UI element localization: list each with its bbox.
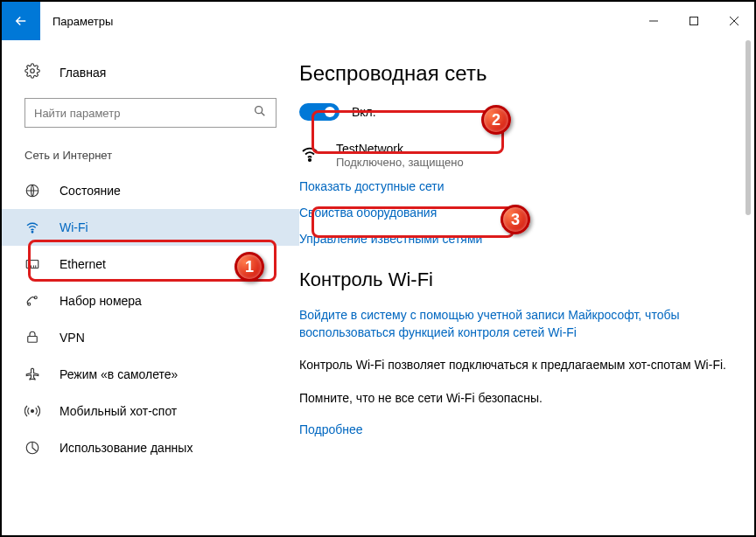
nav-item-vpn[interactable]: VPN [2,319,299,356]
nav-item-status[interactable]: Состояние [2,172,299,209]
section-header: Сеть и Интернет [2,143,299,172]
hotspot-icon [24,403,44,419]
network-name: TestNetwork [336,142,464,156]
nav-label: Ethernet [60,257,106,271]
svg-point-15 [28,303,31,305]
airplane-icon [24,366,44,382]
svg-point-17 [32,410,34,413]
sidebar: Главная Сеть и Интернет Состояние Wi-Fi … [2,40,299,535]
wifi-toggle-label: Вкл. [352,105,376,119]
nav-label: Wi-Fi [60,220,88,234]
data-usage-icon [24,440,44,456]
ethernet-icon [24,256,44,272]
maximize-button[interactable] [674,2,714,40]
link-show-networks[interactable]: Показать доступные сети [299,179,730,193]
warn-text: Помните, что не все сети Wi-Fi безопасны… [299,390,730,408]
dialup-icon [24,293,44,309]
titlebar: Параметры [2,2,754,40]
nav-label: Состояние [60,184,121,198]
nav-label: Набор номера [60,294,142,308]
window-title: Параметры [52,15,113,28]
nav-home-label: Главная [60,66,106,80]
link-manage-networks[interactable]: Управление известными сетями [299,232,730,246]
search-input[interactable] [24,98,276,128]
page-title: Беспроводная сеть [299,61,730,86]
section-title: Контроль Wi-Fi [299,268,730,291]
scrollbar[interactable] [742,40,751,535]
nav-label: VPN [60,331,85,345]
globe-icon [24,183,44,199]
desc-text: Контроль Wi-Fi позволяет подключаться к … [299,357,730,374]
main-panel: Беспроводная сеть Вкл. TestNetwork Подкл… [299,40,754,535]
svg-point-5 [256,107,262,114]
back-button[interactable] [2,2,40,40]
svg-rect-1 [690,17,698,25]
svg-rect-9 [26,261,38,268]
link-signin[interactable]: Войдите в систему с помощью учетной запи… [299,307,730,341]
link-hardware-props[interactable]: Свойства оборудования [299,206,730,220]
nav-item-ethernet[interactable]: Ethernet [2,246,299,282]
scroll-thumb[interactable] [746,40,751,215]
svg-line-6 [262,113,265,116]
window-controls [634,2,754,40]
svg-point-8 [32,232,33,234]
link-more[interactable]: Подробнее [299,422,730,436]
wifi-icon [299,143,324,168]
svg-rect-16 [28,337,38,343]
wifi-icon [24,220,44,235]
nav-item-wifi[interactable]: Wi-Fi [2,209,299,246]
minimize-button[interactable] [634,2,674,40]
svg-point-14 [34,296,37,299]
search-field[interactable] [34,107,253,120]
nav-label: Режим «в самолете» [60,367,178,381]
network-status: Подключено, защищено [336,156,464,169]
gear-icon [24,63,44,82]
nav-item-hotspot[interactable]: Мобильный хот-спот [2,393,299,429]
search-icon [253,104,267,122]
svg-point-19 [309,159,311,161]
wifi-toggle-row: Вкл. [299,103,730,121]
nav-label: Использование данных [60,441,192,455]
nav-item-airplane[interactable]: Режим «в самолете» [2,356,299,393]
arrow-left-icon [13,13,29,29]
nav-home[interactable]: Главная [2,56,299,89]
wifi-toggle[interactable] [299,103,340,121]
close-button[interactable] [714,2,754,40]
nav-item-data-usage[interactable]: Использование данных [2,429,299,466]
vpn-icon [24,330,44,345]
svg-point-4 [31,69,35,73]
nav-label: Мобильный хот-спот [60,404,177,418]
connected-network[interactable]: TestNetwork Подключено, защищено [299,142,730,169]
nav-item-dialup[interactable]: Набор номера [2,282,299,319]
